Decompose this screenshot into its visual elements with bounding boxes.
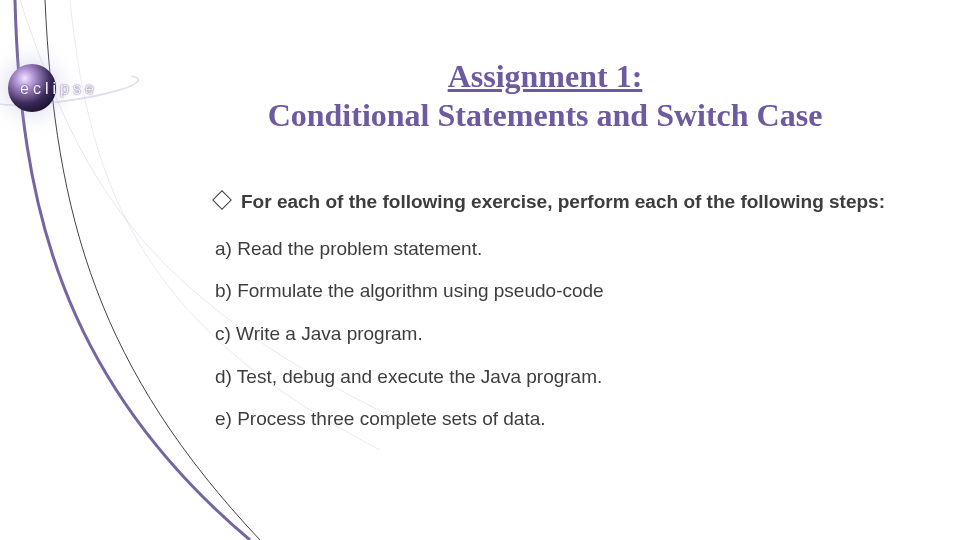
step-item: a) Read the problem statement.: [215, 237, 900, 262]
steps-list: a) Read the problem statement. b) Formul…: [215, 237, 900, 432]
step-item: e) Process three complete sets of data.: [215, 407, 900, 432]
logo-wordmark: eclipse: [20, 80, 98, 98]
diamond-bullet-icon: [212, 190, 232, 210]
intro-label: For each of the following exercise, perf…: [241, 191, 885, 212]
slide-content: For each of the following exercise, perf…: [215, 190, 900, 450]
step-item: d) Test, debug and execute the Java prog…: [215, 365, 900, 390]
eclipse-logo: eclipse: [0, 60, 130, 115]
slide: eclipse Assignment 1: Conditional Statem…: [0, 0, 960, 540]
title-line-1: Assignment 1:: [160, 58, 930, 95]
step-item: b) Formulate the algorithm using pseudo-…: [215, 279, 900, 304]
intro-text: For each of the following exercise, perf…: [215, 190, 900, 215]
step-item: c) Write a Java program.: [215, 322, 900, 347]
title-line-2: Conditional Statements and Switch Case: [160, 97, 930, 134]
slide-title: Assignment 1: Conditional Statements and…: [160, 58, 930, 134]
